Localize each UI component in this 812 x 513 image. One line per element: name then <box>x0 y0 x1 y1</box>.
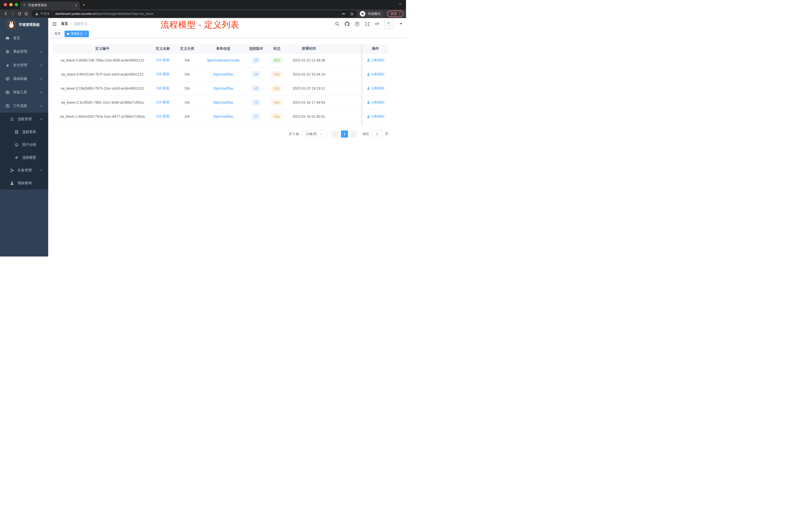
form-info-link[interactable]: /bpm/oa/leave/create <box>207 58 240 62</box>
cell-definition-id: oa_leave:2:3c1f0ef1-76b1-11ec-9c66-a2380… <box>53 95 152 110</box>
breadcrumb-home[interactable]: 首页 <box>61 22 68 26</box>
app-title: 芋道管理系统 <box>19 23 40 27</box>
search-icon[interactable] <box>335 22 340 26</box>
definition-name-link[interactable]: OA 请假 <box>156 114 169 118</box>
sidebar-item-monitor[interactable]: 基础设施 <box>0 72 48 86</box>
page-number-button[interactable]: 1 <box>341 130 348 138</box>
cell-deploy-time: 2022-01-22 21:48:38 <box>287 53 330 67</box>
sidebar-item-label: 请假查询 <box>18 181 32 185</box>
view-tag[interactable]: 流程定义 ✕ <box>64 31 89 37</box>
sidebar-item-briefcase[interactable]: 工作流程 <box>0 99 48 113</box>
briefcase-icon <box>5 104 9 108</box>
help-icon[interactable] <box>355 22 359 26</box>
reload-icon[interactable] <box>16 10 23 17</box>
sidebar-item-tree[interactable]: 任务管理 <box>0 164 48 177</box>
home-icon[interactable] <box>23 10 30 17</box>
key-icon[interactable] <box>342 12 346 16</box>
form-info-link[interactable]: /bpm/oa/flow <box>213 115 233 118</box>
status-tag: 激活 <box>271 57 283 63</box>
sidebar-item-gear[interactable]: 系统管理 <box>0 45 48 58</box>
dashboard-icon <box>5 36 9 40</box>
tab-close-icon[interactable]: ✕ <box>75 4 77 7</box>
cell-definition-category: OA <box>174 110 201 123</box>
form-info-link[interactable]: /bpm/oa/flow <box>213 100 233 104</box>
incognito-badge: 无痕模式 <box>359 10 384 17</box>
assign-rule-link[interactable]: 分配规则 <box>367 58 384 62</box>
goto-page-input[interactable] <box>372 130 382 138</box>
window-minimize-button[interactable] <box>9 3 12 6</box>
sidebar: 芋道管理系统 首页 系统管理 ¥ 支付管理 基础设施 研发工具 工作流程 流程管… <box>0 18 48 256</box>
avatar-dropdown-caret-icon[interactable] <box>400 23 402 25</box>
sidebar-item-send[interactable]: 流程模型 <box>0 151 48 164</box>
bookmark-star-icon[interactable] <box>350 12 354 16</box>
cell-filler <box>330 53 362 67</box>
definition-name-link[interactable]: OA 请假 <box>156 86 169 90</box>
tag-close-icon[interactable]: ✕ <box>84 32 86 35</box>
hamburger-icon[interactable] <box>52 22 57 27</box>
warning-triangle-icon[interactable] <box>35 12 39 16</box>
update-label[interactable]: 更新 <box>390 11 397 16</box>
definition-name-link[interactable]: OA 请假 <box>156 100 169 104</box>
cell-filler <box>330 95 362 110</box>
yen-icon: ¥ <box>5 63 9 67</box>
browser-tab[interactable]: 芋道管理系统 ✕ <box>20 1 80 9</box>
version-tag: v4 <box>252 71 260 77</box>
toolbox-icon <box>5 90 9 94</box>
sidebar-item-label: 研发工具 <box>13 90 27 95</box>
back-icon[interactable] <box>2 10 9 17</box>
user-icon <box>10 181 14 185</box>
sidebar-item-user[interactable]: 请假查询 <box>0 177 48 189</box>
definition-name-link[interactable]: OA 请假 <box>156 72 169 76</box>
assign-rule-link[interactable]: 分配规则 <box>367 114 384 119</box>
goto-label: 前往 <box>362 132 369 136</box>
cell-definition-id: oa_leave:4:991f2193-7b7f-11ec-a3c8-acde4… <box>53 67 152 81</box>
sidebar-item-yen[interactable]: ¥ 支付管理 <box>0 58 48 72</box>
assign-rule-link[interactable]: 分配规则 <box>367 86 384 91</box>
sidebar-item-label: 工作流程 <box>13 104 27 108</box>
browser-menu-icon[interactable] <box>400 12 400 16</box>
tags-view-bar: 首页 流程定义 ✕ <box>48 30 406 38</box>
form-info-link[interactable]: /bpm/oa/flow <box>213 86 233 90</box>
sidebar-item-toolbox[interactable]: 研发工具 <box>0 86 48 99</box>
security-label[interactable]: 不安全 <box>40 11 50 16</box>
next-page-button[interactable]: › <box>350 130 357 138</box>
view-tag[interactable]: 首页 <box>52 31 63 37</box>
new-tab-button[interactable]: + <box>82 2 85 7</box>
url-text[interactable]: dashboard.yudao.iocoder.cn/bpm/manager/d… <box>55 12 153 16</box>
forward-icon[interactable] <box>9 10 16 17</box>
sidebar-item-label: 流程管理 <box>18 117 32 121</box>
address-bar[interactable]: 不安全 dashboard.yudao.iocoder.cn/bpm/manag… <box>32 10 357 17</box>
assign-rule-link[interactable]: 分配规则 <box>367 100 384 105</box>
sidebar-item-label: 用户分组 <box>22 143 36 147</box>
font-size-icon[interactable]: тT <box>375 22 379 26</box>
sidebar-logo-row[interactable]: 芋道管理系统 <box>0 18 48 31</box>
column-header: 定义编号 <box>53 44 152 53</box>
definition-name-link[interactable]: OA 请假 <box>156 58 169 62</box>
sidebar-item-form[interactable]: 流程表单 <box>0 125 48 138</box>
column-header: 定义分类 <box>174 44 201 53</box>
chevron-down-icon <box>39 64 43 67</box>
url-path: /bpm/manager/definition?key=oa_leave <box>96 12 153 16</box>
table-body: oa_leave:5:004b710b-7b8a-11ec-8ef0-acde4… <box>53 53 388 123</box>
browser-update-button[interactable]: 更新 <box>387 10 404 17</box>
page-size-select[interactable]: 10条/页 <box>302 130 326 138</box>
pagination-total: 共 5 条 <box>289 132 299 136</box>
form-info-link[interactable]: /bpm/oa/flow <box>213 72 233 76</box>
sidebar-item-label: 流程模型 <box>22 155 36 160</box>
prev-page-button[interactable]: ‹ <box>331 130 339 138</box>
sidebar-item-label: 支付管理 <box>13 63 27 67</box>
sidebar-item-list[interactable]: 流程管理 <box>0 113 48 125</box>
cell-deploy-time: 2022-01-16 01:40:51 <box>287 110 330 123</box>
fullscreen-icon[interactable] <box>365 22 370 26</box>
window-close-button[interactable] <box>4 3 7 6</box>
version-tag: v2 <box>252 99 260 105</box>
sidebar-item-dashboard[interactable]: 首页 <box>0 31 48 45</box>
browser-toolbar: 不安全 dashboard.yudao.iocoder.cn/bpm/manag… <box>0 9 406 18</box>
sidebar-item-people[interactable]: 用户分组 <box>0 138 48 151</box>
assign-rule-link[interactable]: 分配规则 <box>367 72 384 77</box>
person-icon <box>367 101 370 104</box>
tab-search-chevron-icon[interactable] <box>399 2 402 6</box>
avatar[interactable] <box>384 19 394 29</box>
github-icon[interactable] <box>345 22 349 26</box>
window-zoom-button[interactable] <box>15 3 18 6</box>
